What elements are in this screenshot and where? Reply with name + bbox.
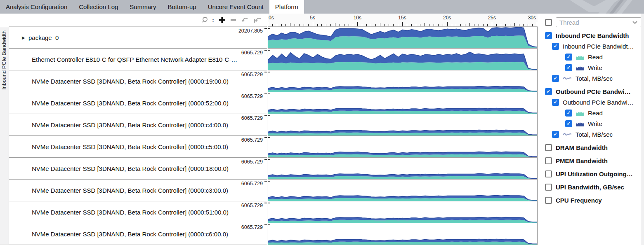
ruler-label: 30s bbox=[528, 15, 536, 21]
row-label-cell-package-0[interactable]: ▶package_020207.805 bbox=[9, 27, 267, 49]
y-axis-tick bbox=[268, 203, 270, 203]
timeline-row: NVMe Datacenter SSD [3DNAND, Beta Rock C… bbox=[9, 114, 538, 136]
search-icon[interactable] bbox=[202, 16, 209, 23]
bandwidth-chart[interactable] bbox=[268, 136, 538, 158]
checkbox-read[interactable]: ✓ bbox=[565, 54, 572, 61]
row-label-cell-nvme-datacenter-ssd-3dnand-beta-rock-con[interactable]: NVMe Datacenter SSD [3DNAND, Beta Rock C… bbox=[9, 201, 267, 223]
row-label-cell-nvme-datacenter-ssd-3dnand-beta-rock-con[interactable]: NVMe Datacenter SSD [3DNAND, Beta Rock C… bbox=[9, 92, 267, 114]
sidebar-scrollbar[interactable] bbox=[641, 14, 644, 245]
row-max-value: 6065.729 bbox=[241, 50, 263, 56]
read-area-icon bbox=[576, 110, 584, 116]
ruler-tick bbox=[313, 22, 313, 26]
checkbox-read[interactable]: ✓ bbox=[565, 110, 572, 117]
bandwidth-chart[interactable] bbox=[268, 201, 538, 223]
bandwidth-chart[interactable] bbox=[268, 158, 538, 180]
row-label-cell-nvme-datacenter-ssd-3dnand-beta-rock-con[interactable]: NVMe Datacenter SSD [3DNAND, Beta Rock C… bbox=[9, 136, 267, 158]
checkbox-upi-utilization-outgoing[interactable] bbox=[545, 170, 552, 177]
ruler-label: 25s bbox=[488, 15, 496, 21]
y-axis-tick bbox=[264, 159, 267, 160]
legend-label: Write bbox=[588, 64, 602, 71]
ruler-tick bbox=[528, 24, 528, 26]
ruler-label: 20s bbox=[443, 15, 451, 21]
checkbox-write[interactable]: ✓ bbox=[565, 120, 572, 127]
ruler-tick bbox=[285, 24, 286, 26]
checkbox-total-mb-sec[interactable]: ✓ bbox=[552, 131, 559, 138]
bandwidth-chart[interactable] bbox=[268, 223, 538, 245]
ruler-tick bbox=[438, 24, 439, 26]
legend-item-outbound-pcie-bandwi: ✓Outbound PCIe Bandwi… bbox=[541, 86, 641, 97]
checkbox-total-mb-sec[interactable]: ✓ bbox=[552, 75, 559, 82]
y-axis-tick bbox=[264, 137, 267, 138]
ruler-tick bbox=[416, 24, 416, 26]
tab-uncore-event-count[interactable]: Uncore Event Count bbox=[202, 0, 269, 14]
undo-zoom-icon[interactable] bbox=[241, 17, 249, 23]
row-label-cell-nvme-datacenter-ssd-3dnand-beta-rock-con[interactable]: NVMe Datacenter SSD [3DNAND, Beta Rock C… bbox=[9, 223, 267, 245]
checkbox-inbound-pcie-bandwidt[interactable]: ✓ bbox=[552, 43, 559, 50]
legend-label: Outbound PCIe Bandwi… bbox=[556, 88, 631, 95]
y-axis-tick bbox=[268, 115, 270, 116]
y-axis-tick bbox=[264, 181, 267, 182]
ruler-tick bbox=[460, 24, 461, 26]
ruler-label: 10s bbox=[354, 15, 361, 21]
checkbox-dram-bandwidth[interactable] bbox=[545, 144, 552, 151]
row-label: NVMe Datacenter SSD [3DNAND, Beta Rock C… bbox=[32, 165, 229, 172]
legend-item-upi-bandwidth-gb-sec: UPI Bandwidth, GB/sec bbox=[541, 182, 641, 192]
row-max-value: 6065.729 bbox=[241, 224, 263, 230]
thread-checkbox[interactable] bbox=[545, 19, 552, 26]
bandwidth-chart[interactable] bbox=[268, 27, 538, 49]
ruler-tick bbox=[407, 24, 407, 26]
legend-item-total-mb-sec: ✓Total, MB/sec bbox=[541, 129, 641, 140]
time-ruler[interactable]: 0s5s10s15s20s25s30s bbox=[268, 14, 538, 27]
tab-analysis-configuration[interactable]: Analysis Configuration bbox=[0, 0, 73, 14]
checkbox-cpu-frequency[interactable] bbox=[545, 197, 552, 204]
ruler-label: 0s bbox=[269, 15, 274, 21]
ruler-tick bbox=[330, 24, 331, 26]
legend-item-write: ✓Write bbox=[541, 118, 641, 129]
checkbox-pmem-bandwidth[interactable] bbox=[545, 157, 552, 164]
tab-bottom-up[interactable]: Bottom-up bbox=[162, 0, 202, 14]
legend-label: CPU Frequency bbox=[556, 197, 602, 204]
ruler-tick bbox=[389, 24, 389, 26]
ruler-tick bbox=[447, 22, 448, 26]
bandwidth-chart[interactable] bbox=[268, 180, 538, 201]
row-label-cell-nvme-datacenter-ssd-3dnand-beta-rock-con[interactable]: NVMe Datacenter SSD [3DNAND, Beta Rock C… bbox=[9, 70, 267, 92]
ruler-tick bbox=[514, 23, 515, 26]
ruler-tick bbox=[290, 23, 290, 26]
ruler-tick bbox=[371, 24, 371, 26]
checkbox-write[interactable]: ✓ bbox=[565, 64, 572, 71]
bandwidth-chart[interactable] bbox=[268, 49, 538, 70]
ruler-tick bbox=[375, 24, 376, 26]
zoom-out-icon[interactable] bbox=[230, 16, 236, 23]
checkbox-inbound-pcie-bandwidth[interactable]: ✓ bbox=[545, 32, 552, 39]
axis-group-strip[interactable]: Inbound PCIe Bandwidth bbox=[0, 27, 9, 245]
ruler-tick bbox=[532, 24, 533, 26]
checkbox-outbound-pcie-bandwi[interactable]: ✓ bbox=[552, 99, 559, 106]
ruler-tick bbox=[277, 24, 277, 26]
timeline-row: NVMe Datacenter SSD [3DNAND, Beta Rock C… bbox=[9, 201, 538, 223]
row-max-value: 6065.729 bbox=[241, 115, 263, 121]
row-label-cell-ethernet-controller-e810-c-for-qsfp-ethe[interactable]: Ethernet Controller E810-C for QSFP Ethe… bbox=[9, 49, 267, 70]
thread-dropdown[interactable]: Thread bbox=[556, 17, 641, 27]
redo-zoom-icon[interactable] bbox=[253, 17, 262, 23]
legend-label: Inbound PCIe Bandwidt… bbox=[563, 43, 634, 50]
legend-label: PMEM Bandwidth bbox=[556, 157, 608, 164]
checkbox-outbound-pcie-bandwi[interactable]: ✓ bbox=[545, 88, 552, 95]
ruler-tick bbox=[321, 24, 322, 26]
ruler-tick bbox=[268, 22, 268, 26]
row-label-cell-nvme-datacenter-ssd-3dnand-beta-rock-con[interactable]: NVMe Datacenter SSD [3DNAND, Beta Rock C… bbox=[9, 158, 267, 180]
row-label-cell-nvme-datacenter-ssd-3dnand-beta-rock-con[interactable]: NVMe Datacenter SSD [3DNAND, Beta Rock C… bbox=[9, 114, 267, 136]
tab-summary[interactable]: Summary bbox=[124, 0, 162, 14]
row-label-cell-nvme-datacenter-ssd-3dnand-beta-rock-con[interactable]: NVMe Datacenter SSD [3DNAND, Beta Rock C… bbox=[9, 180, 267, 201]
tab-platform[interactable]: Platform bbox=[269, 0, 304, 14]
tab-collection-log[interactable]: Collection Log bbox=[73, 0, 124, 14]
ruler-tick bbox=[479, 24, 479, 26]
legend-item-inbound-pcie-bandwidth: ✓Inbound PCIe Bandwidth bbox=[541, 30, 641, 41]
expand-arrow-icon[interactable]: ▶ bbox=[22, 35, 25, 40]
zoom-in-icon[interactable] bbox=[219, 16, 226, 23]
checkbox-upi-bandwidth-gb-sec[interactable] bbox=[545, 184, 552, 191]
bandwidth-chart[interactable] bbox=[268, 70, 538, 92]
ruler-tick bbox=[380, 23, 380, 26]
bandwidth-chart[interactable] bbox=[268, 114, 538, 136]
row-label: NVMe Datacenter SSD [3DNAND, Beta Rock C… bbox=[32, 121, 228, 128]
bandwidth-chart[interactable] bbox=[268, 92, 538, 114]
